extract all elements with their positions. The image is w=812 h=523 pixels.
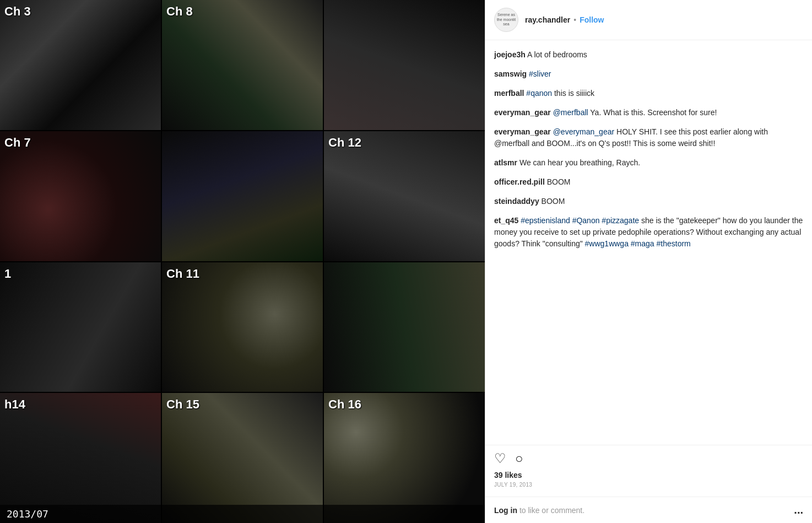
hashtag-2: #wwg1wwga #maga #thestorm: [585, 239, 691, 248]
cctv-cell-ch3: Ch 3: [0, 0, 161, 130]
more-button[interactable]: ...: [794, 504, 803, 516]
comment-et-q45: et_q45 #epstienisland #Qanon #pizzagate …: [494, 215, 803, 250]
login-link[interactable]: Log in: [494, 506, 517, 515]
cctv-cell-ch-top-right: [324, 0, 485, 130]
cctv-cell-ch1: 1: [0, 262, 161, 392]
mention: @merfball: [553, 108, 588, 117]
commenter-username: merfball: [494, 89, 524, 98]
channel-label: Ch 8: [166, 4, 193, 19]
cctv-cell-mid: [162, 131, 323, 261]
commenter-username: steindaddyy: [494, 197, 539, 206]
avatar: Serene as the moonlit sea: [494, 8, 518, 32]
avatar-text: Serene as the moonlit sea: [495, 12, 518, 28]
commenter-username: et_q45: [494, 216, 518, 225]
commenter-username: everyman_gear: [494, 127, 551, 136]
channel-label: Ch 3: [4, 4, 31, 19]
cctv-cell-ch-bright: [324, 262, 485, 392]
comment-everyman-gear-1: everyman_gear @merfball Ya. What is this…: [494, 107, 803, 118]
post-sidebar: Serene as the moonlit sea ray.chandler •…: [485, 0, 812, 523]
comment-text: BOOM: [542, 197, 565, 206]
comments-area[interactable]: joejoe3h A lot of bedrooms samswig #sliv…: [485, 40, 812, 445]
channel-label: 1: [4, 267, 11, 281]
timestamp-bar: 2013/07: [0, 505, 485, 523]
comment-steindaddyy: steindaddyy BOOM: [494, 196, 803, 207]
post-footer: Log in to like or comment. ...: [485, 497, 812, 523]
cctv-grid: Ch 3 Ch 8 Ch 7 Ch 12 1 Ch 11 h14 Ch 15: [0, 0, 485, 523]
hashtag: #epstienisland #Qanon #pizzagate: [521, 216, 639, 225]
mention: @everyman_gear: [553, 127, 615, 136]
channel-label: Ch 11: [166, 267, 199, 281]
cctv-cell-ch15: Ch 15: [162, 393, 323, 523]
cctv-cell-ch16: Ch 16: [324, 393, 485, 523]
like-icon[interactable]: ♡: [494, 451, 506, 466]
channel-label: Ch 16: [328, 397, 361, 412]
post-image: Ch 3 Ch 8 Ch 7 Ch 12 1 Ch 11 h14 Ch 15: [0, 0, 485, 523]
channel-label: h14: [4, 397, 25, 412]
commenter-username: officer.red.pill: [494, 177, 545, 186]
post-date: JULY 19, 2013: [494, 482, 803, 488]
commenter-username: joejoe3h: [494, 50, 526, 59]
comment-text: this is siiiick: [554, 89, 594, 98]
cctv-cell-ch12: Ch 12: [324, 131, 485, 261]
cctv-cell-ch7: Ch 7: [0, 131, 161, 261]
comment-atlsmr: atlsmr We can hear you breathing, Raych.: [494, 157, 803, 169]
username-follow-area: ray.chandler • Follow: [525, 15, 604, 24]
channel-label: Ch 15: [166, 397, 199, 412]
channel-label: Ch 7: [4, 136, 31, 150]
cctv-cell-h14: h14: [0, 393, 161, 523]
comment-samswig: samswig #sliver: [494, 68, 803, 80]
action-icons-row: ♡ ○: [494, 451, 803, 466]
login-after: to like or comment.: [519, 506, 584, 515]
dot-separator: •: [573, 15, 576, 24]
comment-everyman-gear-2: everyman_gear @everyman_gear HOLY SHIT. …: [494, 126, 803, 149]
commenter-username: atlsmr: [494, 158, 517, 167]
likes-count: 39 likes: [494, 471, 803, 479]
comment-text: BOOM: [547, 177, 571, 186]
comment-text: A lot of bedrooms: [527, 50, 587, 59]
comment-merfball: merfball #qanon this is siiiick: [494, 88, 803, 99]
comment-text: We can hear you breathing, Raych.: [519, 158, 640, 167]
post-actions: ♡ ○ 39 likes JULY 19, 2013: [485, 445, 812, 497]
follow-button[interactable]: Follow: [580, 15, 604, 24]
hashtag: #qanon: [526, 89, 552, 98]
hashtag: #sliver: [529, 69, 551, 78]
comment-officer-red-pill: officer.red.pill BOOM: [494, 176, 803, 188]
channel-label: Ch 12: [328, 136, 361, 150]
post-header: Serene as the moonlit sea ray.chandler •…: [485, 0, 812, 40]
comment-icon[interactable]: ○: [515, 451, 523, 466]
cctv-cell-ch11: Ch 11: [162, 262, 323, 392]
cctv-cell-ch8: Ch 8: [162, 0, 323, 130]
comment-joejoe3h: joejoe3h A lot of bedrooms: [494, 49, 803, 61]
login-prompt: Log in to like or comment.: [494, 506, 584, 515]
username: ray.chandler: [525, 15, 570, 24]
commenter-username: everyman_gear: [494, 108, 551, 117]
comment-text: Ya. What is this. Screenshot for sure!: [590, 108, 717, 117]
commenter-username: samswig: [494, 69, 527, 78]
